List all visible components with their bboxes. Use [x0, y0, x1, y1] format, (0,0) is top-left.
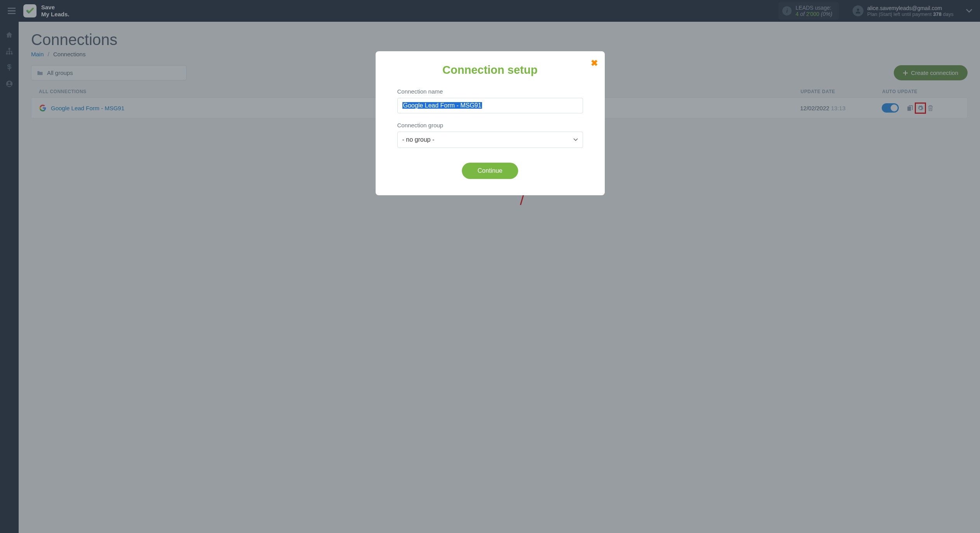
- modal-overlay[interactable]: ✖ Connection setup Connection name Googl…: [0, 0, 980, 533]
- connection-name-value: Google Lead Form - MSG91: [402, 102, 482, 109]
- connection-setup-modal: ✖ Connection setup Connection name Googl…: [376, 51, 605, 195]
- continue-button[interactable]: Continue: [462, 163, 518, 179]
- connection-name-label: Connection name: [397, 88, 583, 95]
- connection-name-input[interactable]: Google Lead Form - MSG91: [397, 98, 583, 113]
- chevron-down-icon: [573, 138, 578, 141]
- close-icon[interactable]: ✖: [591, 58, 598, 68]
- connection-group-value: - no group -: [402, 136, 435, 143]
- connection-group-select[interactable]: - no group -: [397, 132, 583, 148]
- connection-group-label: Connection group: [397, 122, 583, 128]
- modal-title: Connection setup: [397, 64, 583, 76]
